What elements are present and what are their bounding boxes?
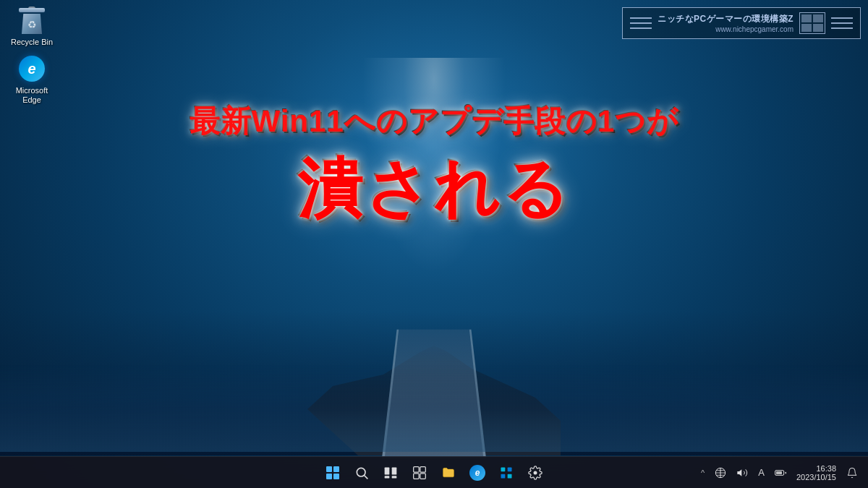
tray-chevron-button[interactable]: ^ — [698, 467, 707, 479]
svg-rect-6 — [414, 466, 420, 472]
volume-tray-icon[interactable] — [733, 466, 751, 480]
watermark-pc-icon — [799, 12, 825, 34]
main-title-text: 潰される — [43, 156, 825, 221]
ocean-mist — [0, 365, 868, 452]
main-text-overlay: 最新Win11へのアプデ手段の1つが 潰される — [0, 101, 868, 221]
clock-tray[interactable]: 16:38 2023/10/15 — [793, 463, 839, 483]
battery-tray-icon[interactable] — [772, 466, 789, 480]
wm-line-4 — [831, 17, 853, 19]
svg-rect-12 — [501, 474, 506, 478]
watermark-box: ニッチなPCゲーマーの環境構築Z www.nichepcgamer.com — [622, 7, 861, 39]
svg-rect-18 — [776, 471, 782, 474]
volume-icon — [736, 467, 748, 479]
pc-icon-cell-2 — [813, 14, 823, 22]
edge-taskbar-button[interactable]: e — [464, 460, 490, 486]
desktop: ♻ Recycle Bin e Microsoft Edge ニッチなPCゲーマ… — [0, 0, 868, 488]
globe-icon — [715, 467, 726, 479]
svg-rect-2 — [385, 467, 390, 474]
taskbar-center: e — [320, 460, 548, 486]
notifications-icon — [846, 467, 858, 479]
wm-line-2 — [630, 22, 652, 24]
windows-logo-icon — [326, 466, 339, 479]
task-view-button[interactable] — [378, 460, 404, 486]
system-tray: ^ A — [698, 463, 868, 483]
widgets-button[interactable] — [407, 460, 433, 486]
task-view-icon — [383, 466, 398, 480]
taskbar: e ^ — [0, 456, 868, 488]
svg-rect-10 — [501, 467, 506, 471]
watermark-url: www.nichepcgamer.com — [715, 25, 793, 33]
watermark-right-lines — [831, 17, 853, 29]
svg-marker-16 — [738, 469, 742, 476]
keyboard-tray-item[interactable]: A — [755, 466, 767, 479]
store-button[interactable] — [493, 460, 519, 486]
network-tray-icon[interactable] — [712, 466, 729, 480]
svg-rect-11 — [508, 467, 512, 471]
svg-line-1 — [365, 475, 368, 479]
pc-icon-cell-4 — [813, 24, 823, 32]
file-explorer-icon — [441, 466, 456, 480]
svg-rect-3 — [392, 467, 397, 474]
watermark-text: ニッチなPCゲーマーの環境構築Z www.nichepcgamer.com — [658, 13, 793, 33]
search-icon — [354, 466, 369, 480]
recycle-bin-icon[interactable]: ♻ Recycle Bin — [6, 6, 58, 47]
search-button[interactable] — [349, 460, 375, 486]
watermark-title: ニッチなPCゲーマーの環境構築Z — [658, 13, 793, 25]
file-explorer-button[interactable] — [435, 460, 461, 486]
pc-icon-cell-3 — [801, 24, 812, 32]
store-icon — [499, 466, 514, 480]
edge-taskbar-icon: e — [469, 465, 485, 481]
desktop-icons-area: ♻ Recycle Bin e Microsoft Edge — [6, 6, 58, 113]
settings-button[interactable] — [522, 460, 548, 486]
notifications-button[interactable] — [843, 466, 861, 480]
svg-point-0 — [357, 468, 365, 476]
widgets-icon — [412, 466, 427, 480]
clock-date: 2023/10/15 — [796, 473, 836, 481]
svg-rect-9 — [420, 473, 426, 479]
clock-time: 16:38 — [816, 464, 836, 473]
chevron-icon: ^ — [701, 468, 705, 477]
keyboard-letter: A — [758, 467, 765, 478]
recycle-bin-label: Recycle Bin — [11, 38, 53, 47]
pc-icon-cell-1 — [801, 14, 812, 22]
svg-rect-13 — [508, 474, 512, 478]
subtitle-text: 最新Win11へのアプデ手段の1つが — [43, 101, 825, 142]
start-button[interactable] — [320, 460, 346, 486]
svg-rect-8 — [414, 473, 420, 479]
svg-rect-4 — [385, 476, 390, 478]
watermark-left-lines — [630, 17, 652, 29]
settings-icon — [528, 466, 542, 480]
edge-icon-image: e — [19, 56, 45, 82]
wm-line-5 — [831, 22, 853, 24]
battery-icon — [775, 467, 786, 479]
wm-line-1 — [630, 17, 652, 19]
svg-rect-7 — [420, 466, 426, 472]
svg-rect-5 — [392, 476, 397, 478]
wm-line-6 — [831, 27, 853, 29]
edge-icon[interactable]: e Microsoft Edge — [6, 54, 58, 105]
wm-line-3 — [630, 27, 652, 29]
